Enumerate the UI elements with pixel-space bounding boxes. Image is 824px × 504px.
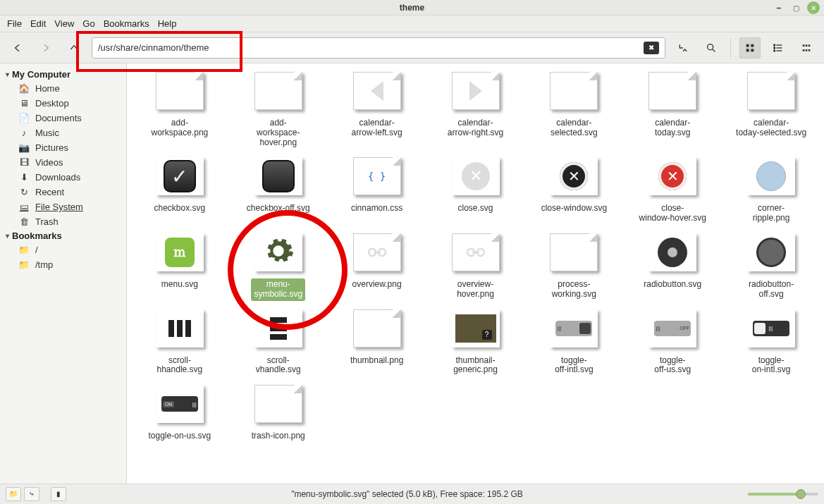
back-button[interactable] — [7, 37, 28, 59]
file-item[interactable]: trash-icon.png — [230, 381, 327, 447]
file-item[interactable]: ✓checkbox.svg — [131, 153, 228, 229]
file-item[interactable]: |||toggle-on-intl.svg — [722, 305, 820, 381]
menu-edit[interactable]: Edit — [30, 18, 46, 29]
file-item[interactable]: ON|||toggle-on-us.svg — [131, 381, 228, 447]
toolbar-separator — [730, 38, 731, 58]
sidebar-item-trash[interactable]: 🗑Trash — [0, 214, 126, 229]
file-item[interactable]: ✕close-window-hover.svg — [624, 153, 721, 229]
menu-go[interactable]: Go — [82, 18, 94, 29]
minimize-button[interactable]: ━ — [773, 2, 785, 13]
maximize-button[interactable]: ▢ — [790, 2, 801, 13]
file-thumbnail — [353, 72, 401, 110]
file-label: corner-ripple.png — [750, 202, 793, 225]
sidebar-item-music[interactable]: ♪Music — [0, 125, 126, 140]
file-item[interactable]: calendar-today-selected.svg — [722, 68, 820, 153]
file-thumbnail — [550, 72, 598, 110]
sidebar-item-filesystem[interactable]: 🖴File System — [0, 199, 126, 214]
file-item[interactable]: add-workspace-hover.png — [230, 68, 327, 153]
clear-path-icon[interactable]: ✖ — [644, 42, 659, 54]
toggle-path-button[interactable] — [672, 37, 694, 59]
sidebar-item-home[interactable]: 🏠Home — [0, 81, 126, 96]
file-item[interactable]: { }cinnamon.css — [328, 153, 426, 229]
file-label: checkbox-off.svg — [244, 202, 313, 215]
file-thumbnail — [747, 233, 795, 271]
menu-help[interactable]: Help — [158, 18, 177, 29]
icon-view-button[interactable] — [739, 37, 761, 59]
list-view-button[interactable] — [768, 37, 789, 59]
filesystem-icon: 🖴 — [18, 202, 30, 212]
tree-toggle-button[interactable]: ⤷ — [24, 487, 39, 501]
file-thumbnail — [353, 233, 401, 271]
search-button[interactable] — [701, 37, 722, 59]
file-thumbnail — [648, 72, 696, 110]
file-item[interactable]: corner-ripple.png — [722, 153, 820, 229]
file-label: trash-icon.png — [249, 430, 308, 443]
svg-rect-11 — [803, 44, 805, 47]
sidebar-item-pictures[interactable]: 📷Pictures — [0, 140, 126, 155]
zoom-slider[interactable] — [748, 493, 818, 496]
places-toggle-button[interactable]: 📁 — [6, 487, 21, 501]
file-item[interactable]: calendar-today.svg — [624, 68, 721, 153]
up-button[interactable] — [63, 37, 85, 59]
file-item[interactable]: overview-hover.png — [427, 229, 524, 305]
menu-view[interactable]: View — [54, 18, 74, 29]
file-label: close-window-hover.svg — [637, 202, 709, 225]
file-view[interactable]: add-workspace.pngadd-workspace-hover.png… — [127, 63, 824, 484]
sidebar-item-desktop[interactable]: 🖥Desktop — [0, 96, 126, 111]
close-button[interactable]: ✕ — [807, 1, 820, 14]
sidebar-item-downloads[interactable]: ⬇Downloads — [0, 170, 126, 185]
file-thumbnail: { } — [353, 157, 401, 195]
file-thumbnail — [156, 72, 204, 110]
menu-file[interactable]: File — [7, 18, 22, 29]
window-title: theme — [400, 3, 424, 13]
file-item[interactable]: checkbox-off.svg — [230, 153, 327, 229]
svg-rect-4 — [751, 49, 754, 51]
file-label: radiobutton-off.svg — [746, 278, 797, 301]
sidebar-head-mycomputer[interactable]: My Computer — [0, 68, 126, 81]
file-thumbnail — [156, 309, 204, 348]
file-item[interactable]: radiobutton.svg — [624, 229, 721, 305]
file-item[interactable]: menu-symbolic.svg — [230, 229, 327, 305]
file-label: add-workspace.png — [149, 117, 211, 140]
svg-rect-12 — [806, 44, 808, 47]
compact-view-button[interactable] — [796, 37, 817, 59]
file-item[interactable]: add-workspace.png — [131, 68, 228, 153]
menu-bookmarks[interactable]: Bookmarks — [104, 18, 149, 29]
recent-icon: ↻ — [18, 188, 30, 197]
file-item[interactable]: calendar-selected.svg — [525, 68, 622, 153]
sidebar-item-videos[interactable]: 🎞Videos — [0, 155, 126, 170]
file-item[interactable]: calendar-arrow-left.svg — [328, 68, 426, 153]
svg-point-0 — [708, 44, 713, 49]
file-thumbnail — [747, 72, 795, 110]
file-item[interactable]: radiobutton-off.svg — [722, 229, 820, 305]
file-item[interactable]: calendar-arrow-right.svg — [427, 68, 524, 153]
file-label: calendar-arrow-left.svg — [349, 117, 405, 140]
file-item[interactable]: scroll-vhandle.svg — [230, 305, 327, 381]
file-label: toggle-on-us.svg — [146, 430, 214, 443]
titlebar: theme ━ ▢ ✕ — [0, 0, 824, 16]
file-item[interactable]: scroll-hhandle.svg — [131, 305, 228, 381]
sidebar: My Computer 🏠Home 🖥Desktop 📄Documents ♪M… — [0, 63, 127, 484]
file-item[interactable]: thumbnail-generic.png — [427, 305, 524, 381]
file-thumbnail — [254, 233, 302, 271]
file-item[interactable]: |||OFFtoggle-off-us.svg — [624, 305, 721, 381]
path-bar[interactable]: /usr/share/cinnamon/theme ✖ — [92, 37, 665, 59]
show-hidden-button[interactable]: ▮ — [51, 487, 66, 501]
file-item[interactable]: |||toggle-off-intl.svg — [525, 305, 622, 381]
sidebar-item-tmp[interactable]: 📁/tmp — [0, 257, 126, 272]
pictures-icon: 📷 — [18, 143, 30, 153]
file-item[interactable]: thumbnail.png — [328, 305, 426, 381]
file-item[interactable]: process-working.svg — [525, 229, 622, 305]
sidebar-head-bookmarks[interactable]: Bookmarks — [0, 229, 126, 242]
file-item[interactable]: ✕close.svg — [427, 153, 524, 229]
downloads-icon: ⬇ — [18, 173, 30, 183]
file-item[interactable]: overview.png — [328, 229, 426, 305]
sidebar-item-root[interactable]: 📁/ — [0, 242, 126, 257]
forward-button[interactable] — [35, 37, 56, 59]
sidebar-item-recent[interactable]: ↻Recent — [0, 185, 126, 199]
file-item[interactable]: ⅿmenu.svg — [131, 229, 228, 305]
path-text: /usr/share/cinnamon/theme — [98, 42, 209, 53]
file-item[interactable]: ✕close-window.svg — [525, 153, 622, 229]
file-thumbnail: ✓ — [156, 157, 204, 195]
sidebar-item-documents[interactable]: 📄Documents — [0, 111, 126, 125]
